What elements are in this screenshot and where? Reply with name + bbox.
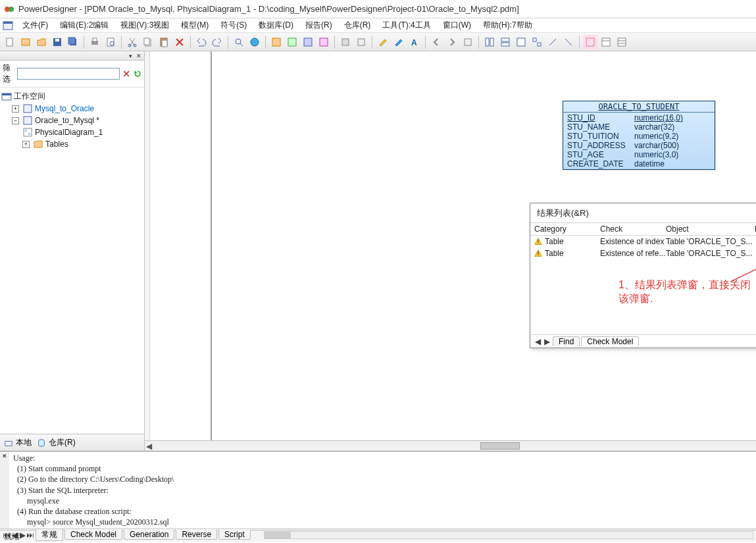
- tb-nav1[interactable]: [429, 35, 443, 49]
- tb-undo[interactable]: [194, 35, 209, 49]
- tb-obj2[interactable]: [354, 35, 368, 49]
- tb-find[interactable]: [232, 35, 246, 49]
- filter-refresh-icon[interactable]: [134, 68, 141, 79]
- tb-preview[interactable]: [103, 35, 118, 49]
- tb-layout5[interactable]: [545, 35, 560, 49]
- filter-input[interactable]: [17, 68, 120, 80]
- menu-repository[interactable]: 仓库(R): [339, 18, 376, 32]
- warning-icon: !: [534, 249, 542, 257]
- menu-tools[interactable]: 工具(T):4工具: [377, 18, 436, 32]
- tb-window1[interactable]: [269, 35, 284, 49]
- app-logo-icon: [4, 4, 14, 14]
- tree-node-oracle-to-mysql[interactable]: − Oracle_to_Mysql *: [1, 115, 143, 126]
- tree-node-mysql-to-oracle[interactable]: + Mysql_to_Oracle: [1, 103, 143, 115]
- tb-nav3[interactable]: [461, 35, 475, 49]
- tb-delete[interactable]: [172, 35, 187, 49]
- tb-paste[interactable]: [157, 35, 171, 49]
- tb-copy[interactable]: [141, 35, 155, 49]
- menu-window[interactable]: 窗口(W): [438, 18, 476, 32]
- canvas-scrollbar-h[interactable]: ◀: [145, 440, 756, 451]
- menu-model[interactable]: 模型(M): [176, 18, 214, 32]
- sidebar-header: ▾ ✕: [0, 51, 144, 61]
- tree-node-tables[interactable]: + Tables: [1, 138, 143, 150]
- svg-rect-23: [288, 38, 296, 46]
- entity-column-row: STU_TUITIONnumeric(9,2): [567, 132, 711, 141]
- expand-icon[interactable]: +: [22, 141, 30, 148]
- svg-rect-48: [25, 130, 27, 132]
- menu-symbol[interactable]: 符号(S): [215, 18, 252, 32]
- workspace-icon: [1, 91, 12, 102]
- tree-root[interactable]: 工作空间: [1, 90, 143, 103]
- close-icon[interactable]: ✕: [135, 53, 143, 59]
- tb-layout4[interactable]: [530, 35, 544, 49]
- menu-file[interactable]: 文件(F): [17, 18, 53, 32]
- entity-column-row: CREATE_DATEdatetime: [567, 159, 711, 168]
- tb-view3[interactable]: [615, 35, 629, 49]
- tb-new-project[interactable]: [18, 35, 33, 49]
- tree-label: Tables: [45, 140, 68, 149]
- output-tab-checkmodel[interactable]: Check Model: [64, 530, 122, 540]
- tb-edit2[interactable]: [391, 35, 406, 49]
- tb-layout3[interactable]: [514, 35, 528, 49]
- toolbar-separator: [190, 36, 191, 49]
- tb-new[interactable]: [3, 35, 17, 49]
- results-row[interactable]: !TableExistence of indexTable 'ORACLE_TO…: [530, 236, 756, 247]
- output-tab-script[interactable]: Script: [218, 530, 251, 540]
- output-tab-general[interactable]: 常规: [36, 529, 63, 541]
- tb-redo[interactable]: [210, 35, 224, 49]
- tb-view1[interactable]: [583, 35, 597, 49]
- tb-layout1[interactable]: [482, 35, 497, 49]
- output-scrollbar[interactable]: [264, 531, 753, 539]
- svg-rect-3: [3, 22, 13, 24]
- sidebar-tab-local[interactable]: 本地: [4, 437, 32, 448]
- svg-point-1: [9, 7, 14, 12]
- tb-cut[interactable]: [125, 35, 139, 49]
- output-panel-close[interactable]: ✕: [0, 452, 9, 529]
- scroll-left-icon[interactable]: ◀: [146, 442, 152, 451]
- collapse-icon[interactable]: −: [12, 117, 19, 124]
- object-tree[interactable]: 工作空间 + Mysql_to_Oracle − Oracle_to_Mysql…: [0, 88, 144, 434]
- tab-next-icon[interactable]: ▶: [542, 337, 551, 346]
- tb-window2[interactable]: [285, 35, 299, 49]
- menu-view[interactable]: 视图(V):3视图: [115, 18, 174, 32]
- sidebar-tab-repo[interactable]: 仓库(R): [37, 437, 76, 448]
- tb-text[interactable]: A: [407, 35, 422, 49]
- tb-saveall[interactable]: [66, 35, 80, 49]
- tb-view2[interactable]: [599, 35, 613, 49]
- results-tab-checkmodel[interactable]: Check Model: [581, 336, 639, 346]
- tree-root-label: 工作空间: [14, 91, 45, 102]
- tb-browser[interactable]: [247, 35, 262, 49]
- tb-obj1[interactable]: [338, 35, 353, 49]
- output-tab-generation[interactable]: Generation: [124, 530, 174, 540]
- menu-help[interactable]: 帮助(H):7帮助: [478, 18, 538, 32]
- menu-report[interactable]: 报告(R): [300, 18, 338, 32]
- scrollbar-thumb[interactable]: [265, 532, 291, 538]
- results-tabs: ◀ ▶ Find Check Model: [530, 334, 756, 348]
- col-category: Category: [534, 224, 600, 234]
- results-row[interactable]: !TableExistence of refe...Table 'ORACLE_…: [530, 247, 756, 259]
- tb-print[interactable]: [88, 35, 102, 49]
- tb-edit1[interactable]: [376, 35, 390, 49]
- tb-save[interactable]: [50, 35, 64, 49]
- tb-window3[interactable]: [301, 35, 315, 49]
- expand-icon[interactable]: +: [12, 105, 19, 113]
- diagram-canvas[interactable]: ORACLE_TO_STUDENT STU_IDnumeric(16,0)STU…: [145, 51, 756, 451]
- menu-edit[interactable]: 编辑(E):2编辑: [55, 18, 114, 32]
- pin-icon[interactable]: ▾: [128, 53, 134, 59]
- entity-oracle-to-student[interactable]: ORACLE_TO_STUDENT STU_IDnumeric(16,0)STU…: [563, 101, 715, 170]
- tb-layout2[interactable]: [498, 35, 513, 49]
- tb-window4[interactable]: [316, 35, 331, 49]
- output-tab-reverse[interactable]: Reverse: [176, 530, 217, 540]
- tb-layout6[interactable]: [561, 35, 576, 49]
- results-tab-find[interactable]: Find: [553, 336, 580, 346]
- svg-point-14: [128, 44, 131, 47]
- scrollbar-thumb[interactable]: [480, 442, 520, 450]
- filter-clear-icon[interactable]: [122, 68, 130, 79]
- tb-open[interactable]: [34, 35, 49, 49]
- tab-prev-icon[interactable]: ◀: [533, 337, 542, 346]
- tab-last-icon[interactable]: ⏭: [26, 530, 34, 540]
- tb-nav2[interactable]: [445, 35, 459, 49]
- menu-database[interactable]: 数据库(D): [253, 18, 299, 32]
- window-icon: [3, 20, 13, 31]
- tree-node-diagram[interactable]: PhysicalDiagram_1: [1, 126, 143, 138]
